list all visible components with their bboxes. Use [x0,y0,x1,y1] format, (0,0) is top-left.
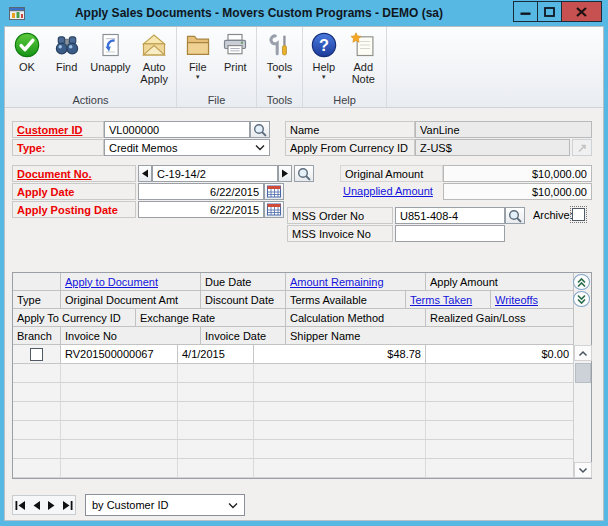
type-label: Type: [12,139,104,156]
header-original-document-amt: Original Document Amt [61,291,201,309]
customer-id-lookup-button[interactable] [250,121,270,138]
grid-vertical-scrollbar[interactable] [573,345,591,478]
header-writeoffs-link[interactable]: Writeoffs [491,291,574,309]
find-icon [53,31,81,59]
print-button[interactable]: Print [217,30,255,73]
table-row[interactable]: RV201500000067 4/1/2015 $48.78 $0.00 [13,345,591,364]
header-terms-taken-link[interactable]: Terms Taken [406,291,491,309]
apply-date-input[interactable]: 6/22/2015 [138,183,264,200]
grid-header-row-4: Branch Invoice No Invoice Date Shipper N… [13,327,591,345]
type-select[interactable]: Credit Memos [104,139,270,156]
next-record-button[interactable] [44,497,59,513]
mss-invoice-no-label: MSS Invoice No [287,225,393,242]
branch-checkbox-cell [13,345,61,364]
invoice-no-cell[interactable]: RV201500000067 [61,345,178,364]
ribbon-group-label-file: File [177,94,256,106]
ok-button[interactable]: OK [7,30,47,73]
document-no-label[interactable]: Document No. [12,165,136,182]
header-amount-remaining-link[interactable]: Amount Remaining [286,273,426,291]
maximize-button[interactable] [537,1,562,22]
minimize-icon [520,7,531,16]
add-note-button[interactable]: Add Note [343,30,384,85]
auto-apply-button[interactable]: Auto Apply [134,30,174,85]
add-note-label: Add Note [343,61,384,85]
chevron-down-icon [255,144,265,151]
header-cell-blank [13,273,61,291]
header-apply-to-document-link[interactable]: Apply to Document [61,273,201,291]
collapse-detail-button[interactable] [573,274,590,290]
type-selected-value: Credit Memos [109,142,177,154]
empty-table-row [13,421,591,440]
unapply-label: Unapply [90,61,130,73]
archive-checkbox[interactable] [570,206,587,223]
scroll-up-button[interactable] [574,345,592,361]
previous-record-button[interactable] [29,497,44,513]
window-controls [514,1,602,22]
tools-label: Tools [267,61,293,73]
customer-id-input[interactable]: VL000000 [104,121,250,138]
amount-remaining-cell[interactable]: $48.78 [254,345,426,364]
header-exchange-rate: Exchange Rate [136,309,286,327]
close-button[interactable] [561,1,602,22]
mss-order-no-input[interactable]: U851-408-4 [395,207,505,224]
first-record-button[interactable] [13,497,28,513]
prev-arrow-icon [141,169,149,178]
apply-posting-date-calendar-button[interactable] [264,201,284,218]
document-prev-button[interactable] [138,165,152,182]
header-terms-available: Terms Available [286,291,406,309]
apply-date-label: Apply Date [12,183,136,200]
expand-detail-button[interactable] [573,291,590,307]
ribbon-group-actions: OK Find Un [5,27,177,107]
document-no-input[interactable]: C-19-14/2 [152,165,278,182]
lookup-icon [508,209,522,223]
find-label: Find [56,61,77,73]
ribbon-group-tools: Tools ▼ Tools [257,27,303,107]
unapply-button[interactable]: Unapply [87,30,135,73]
apply-amount-cell[interactable]: $0.00 [426,345,574,364]
header-shipper-name: Shipper Name [286,327,574,345]
unapplied-amount-link[interactable]: Unapplied Amount [343,185,433,197]
file-label: File [189,61,207,73]
help-menu-button[interactable]: ? Help ▼ [305,30,343,80]
sort-by-select[interactable]: by Customer ID [85,494,245,516]
help-dropdown-arrow-icon: ▼ [321,74,327,80]
find-button[interactable]: Find [47,30,87,73]
expansion-arrow-icon [576,142,588,154]
header-apply-to-currency-id: Apply To Currency ID [13,309,136,327]
apply-date-calendar-button[interactable] [264,183,284,200]
customer-id-label[interactable]: Customer ID [12,121,104,138]
calendar-icon [267,185,281,198]
header-branch: Branch [13,327,61,345]
document-no-lookup-button[interactable] [294,165,314,182]
apply-from-currency-value: Z-US$ [415,139,570,156]
currency-expansion-button[interactable] [572,139,592,156]
file-menu-button[interactable]: File ▼ [179,30,217,80]
apply-posting-date-input[interactable]: 6/22/2015 [138,201,264,218]
print-label: Print [224,61,247,73]
mss-invoice-no-input[interactable] [395,225,505,242]
ok-label: OK [19,61,35,73]
ribbon-group-label-actions: Actions [5,94,176,106]
scrollbar-thumb[interactable] [575,363,591,383]
header-calculation-method: Calculation Method [286,309,426,327]
name-label: Name [285,121,415,138]
grid-detail-buttons [572,273,591,307]
file-icon [184,31,212,59]
header-apply-amount: Apply Amount [426,273,574,291]
last-record-button[interactable] [60,497,75,513]
scroll-down-button[interactable] [574,462,592,478]
mss-order-no-lookup-button[interactable] [505,207,525,224]
minimize-button[interactable] [513,1,538,22]
scroll-up-icon [578,350,588,357]
tools-menu-button[interactable]: Tools ▼ [259,30,300,80]
previous-record-icon [30,500,43,511]
empty-table-row [13,402,591,421]
invoice-date-cell[interactable]: 4/1/2015 [178,345,254,364]
chevron-down-icon [228,502,238,509]
document-next-button[interactable] [278,165,292,182]
branch-checkbox[interactable] [30,348,43,361]
auto-apply-icon [140,31,168,59]
calendar-icon [267,203,281,216]
header-discount-date: Discount Date [201,291,286,309]
header-due-date: Due Date [201,273,286,291]
